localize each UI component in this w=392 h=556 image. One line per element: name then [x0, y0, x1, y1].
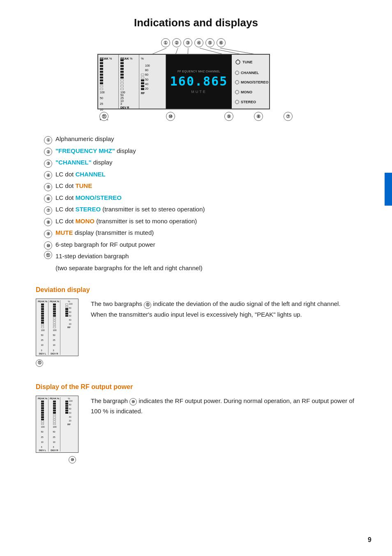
rf-title: Display of the RF output power — [36, 383, 356, 391]
callout-3: ③ — [183, 38, 192, 47]
channel-label: CHANNEL — [241, 71, 259, 75]
svg-point-6 — [236, 60, 240, 64]
callout-2: ② — [172, 38, 181, 47]
list-item-6: ⑥ LC dot MONO/STEREO — [44, 192, 356, 204]
item-text-2: "FREQUENCY MHZ" display — [55, 145, 136, 157]
item-text-7: LC dot STEREO (transmitter is set to ste… — [55, 204, 205, 215]
callout-6: ⑥ — [217, 38, 226, 47]
channel-dot — [235, 71, 239, 75]
mini-device-deviation: PEAK% 1005025103 DEV L — [36, 299, 78, 367]
item-text-9: MUTE display (transmitter is muted) — [55, 227, 154, 239]
callout-11: ⑪ — [99, 112, 108, 121]
mini-dev-l: PEAK% 1005025103 DEV L — [37, 300, 48, 355]
item-num-3: ③ — [44, 160, 52, 168]
callout-1: ① — [161, 38, 170, 47]
callout-10: ⑩ — [166, 112, 175, 121]
mono-dot — [235, 90, 239, 94]
list-item-5: ⑤ LC dot TUNE — [44, 180, 356, 192]
page-title: Indications and displays — [36, 16, 356, 29]
right-labels: TUNE CHANNEL MONO/STEREO MONO — [232, 55, 272, 109]
list-item-11: ⑪ 11-step deviation bargraph (two separa… — [44, 250, 356, 274]
item-num-1: ① — [44, 136, 52, 144]
mini-rf: % 1008060504020 RF — [61, 300, 77, 355]
mini-dev-box-deviation: PEAK% 1005025103 DEV L — [36, 299, 78, 356]
item-text-6: LC dot MONO/STEREO — [55, 192, 122, 204]
rf-diagram-row: PEAK% 1005025103 DEV L — [36, 396, 356, 464]
blue-tab — [385, 173, 392, 206]
list-item-10: ⑩ 6-step bargraph for RF output power — [44, 239, 356, 251]
list-item-4: ④ LC dot CHANNEL — [44, 169, 356, 181]
mini-rf-dev-r: PEAK% 1005025103 DEV R — [49, 397, 60, 452]
item-text-10: 6-step bargraph for RF output power — [55, 239, 155, 251]
mono-stereo-dot — [235, 80, 239, 84]
main-diagram: ① ② ③ ④ ⑤ ⑥ PEAK — [36, 42, 356, 121]
item-num-10: ⑩ — [44, 241, 52, 250]
callout-9: ⑨ — [224, 112, 233, 121]
rf-section: % 1008060504020 RF — [139, 55, 166, 109]
device-panel: PEAK % 1005025103 — [97, 54, 270, 109]
mini-dev-r-segs — [53, 303, 56, 328]
item-text-4: LC dot CHANNEL — [55, 169, 106, 181]
deviation-title: Deviation display — [36, 286, 356, 294]
stereo-row: STEREO — [235, 100, 269, 104]
dev-r-label: DEV R — [120, 106, 129, 109]
freq-top-label: FF EQUENCY MHZ CHANNEL — [178, 70, 220, 73]
stereo-label: STEREO — [241, 100, 256, 104]
list-item-8: ⑧ LC dot MONO (transmitter is set to mon… — [44, 215, 356, 227]
callout-8: ⑧ — [254, 112, 263, 121]
mono-label: MONO — [241, 90, 252, 94]
page-number: 9 — [368, 536, 371, 544]
item-text-3: "CHANNEL" display — [55, 157, 112, 169]
dev-l-bars — [100, 61, 103, 90]
dev-l-section: PEAK % 1005025103 — [98, 55, 119, 109]
mini-device-rf: PEAK% 1005025103 DEV L — [36, 396, 78, 464]
channel-row: CHANNEL — [235, 71, 269, 75]
tune-row: TUNE — [235, 59, 269, 65]
list-item-3: ③ "CHANNEL" display — [44, 157, 356, 169]
item-num-4: ④ — [44, 171, 52, 179]
tune-label: TUNE — [242, 60, 253, 64]
rf-description: The bargraph ⑩ indicates the RF output p… — [91, 396, 356, 417]
item-num-8: ⑧ — [44, 218, 52, 226]
dev-r-section: PEAK % 1005025103 DEV R — [119, 55, 139, 109]
mono-stereo-label: MONO/STEREO — [241, 80, 269, 84]
mini-dev-l-segs — [41, 303, 44, 328]
callout-11-bottom: ⑪ — [36, 359, 43, 367]
callout-5: ⑤ — [205, 38, 214, 47]
mini-dev-r: PEAK% 1005025103 DEV R — [49, 300, 60, 355]
tune-icon — [235, 59, 241, 65]
list-item-9: ⑨ MUTE display (transmitter is muted) — [44, 227, 356, 239]
mono-stereo-row: MONO/STEREO — [235, 80, 269, 84]
diagram-outer: ① ② ③ ④ ⑤ ⑥ PEAK — [97, 42, 295, 121]
dev-r-bars — [120, 61, 124, 90]
deviation-diagram-row: PEAK% 1005025103 DEV L — [36, 299, 356, 367]
item-num-5: ⑤ — [44, 183, 52, 191]
item-text-1: Alphanumeric display — [55, 133, 114, 145]
mini-dev-box-rf: PEAK% 1005025103 DEV L — [36, 396, 78, 453]
callout-7: ⑦ — [284, 112, 293, 121]
stereo-dot — [235, 100, 239, 104]
deviation-description: The two bargraphs ⑪ indicate the deviati… — [91, 299, 356, 320]
item-num-7: ⑦ — [44, 206, 52, 215]
list-item-2: ② "FREQUENCY MHZ" display — [44, 145, 356, 157]
mini-rf-dev-l: PEAK% 1005025103 DEV L — [37, 397, 48, 452]
item-text-5: LC dot TUNE — [55, 180, 92, 192]
mute-text: MUTE — [191, 90, 207, 94]
items-list: ① Alphanumeric display ② "FREQUENCY MHZ"… — [44, 133, 356, 274]
item-text-11: 11-step deviation bargraph (two separate… — [55, 250, 203, 274]
item-num-2: ② — [44, 148, 52, 156]
rf-label: RF — [141, 92, 145, 95]
mini-rf-rf: % 1008060504020 RF — [61, 397, 77, 452]
list-item-7: ⑦ LC dot STEREO (transmitter is set to s… — [44, 204, 356, 215]
item-num-9: ⑨ — [44, 230, 52, 238]
freq-value: 160.865 — [170, 74, 228, 88]
freq-display: FF EQUENCY MHZ CHANNEL 160.865 MUTE — [166, 55, 232, 109]
list-item-1: ① Alphanumeric display — [44, 133, 356, 145]
rf-bars: 1008060504020 — [141, 61, 150, 90]
callout-4: ④ — [194, 38, 203, 47]
item-num-6: ⑥ — [44, 195, 52, 203]
item-num-11: ⑪ — [44, 251, 52, 259]
item-text-8: LC dot MONO (transmitter is set to mono … — [55, 215, 197, 227]
bottom-callouts: ⑪ ⑩ ⑨ ⑧ ⑦ — [97, 109, 295, 121]
mono-row: MONO — [235, 90, 269, 94]
